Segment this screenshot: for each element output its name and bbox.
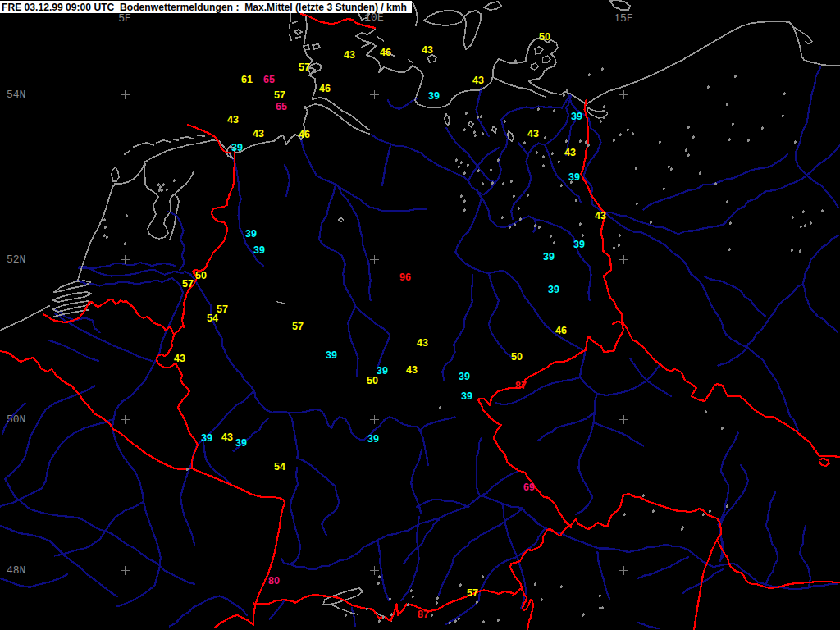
svg-text:57: 57 bbox=[217, 304, 228, 315]
svg-text:54N: 54N bbox=[7, 89, 25, 101]
svg-text:57: 57 bbox=[182, 278, 194, 290]
svg-text:57: 57 bbox=[292, 321, 304, 332]
svg-text:43: 43 bbox=[174, 353, 185, 364]
svg-text:43: 43 bbox=[344, 49, 355, 61]
svg-text:39: 39 bbox=[235, 437, 247, 449]
svg-text:39: 39 bbox=[573, 239, 585, 250]
svg-text:50N: 50N bbox=[7, 413, 25, 426]
svg-text:87: 87 bbox=[418, 609, 429, 620]
svg-text:10E: 10E bbox=[364, 11, 384, 24]
svg-text:15E: 15E bbox=[614, 12, 633, 25]
svg-text:65: 65 bbox=[276, 101, 287, 112]
svg-text:43: 43 bbox=[527, 128, 539, 139]
svg-text:43: 43 bbox=[564, 147, 576, 158]
svg-text:43: 43 bbox=[422, 44, 433, 56]
svg-text:39: 39 bbox=[571, 111, 582, 122]
svg-text:39: 39 bbox=[543, 251, 555, 262]
svg-text:39: 39 bbox=[326, 349, 337, 361]
svg-text:39: 39 bbox=[368, 433, 379, 445]
svg-text:43: 43 bbox=[417, 337, 428, 349]
svg-text:57: 57 bbox=[299, 62, 310, 73]
svg-text:39: 39 bbox=[461, 390, 472, 402]
svg-text:43: 43 bbox=[472, 75, 484, 86]
svg-text:87: 87 bbox=[515, 380, 527, 391]
svg-text:39: 39 bbox=[253, 244, 265, 256]
svg-text:39: 39 bbox=[428, 90, 440, 102]
svg-text:39: 39 bbox=[245, 228, 257, 240]
svg-text:39: 39 bbox=[377, 365, 388, 377]
svg-text:43: 43 bbox=[253, 128, 264, 139]
svg-text:43: 43 bbox=[227, 114, 239, 126]
svg-text:FRE 03.12.99 09:00 UTC Bodenw: FRE 03.12.99 09:00 UTC Bodenwettermeldun… bbox=[2, 2, 407, 13]
svg-text:48N: 48N bbox=[7, 564, 25, 577]
svg-text:39: 39 bbox=[231, 142, 243, 153]
svg-text:39: 39 bbox=[201, 432, 212, 444]
svg-text:52N: 52N bbox=[7, 253, 25, 266]
svg-text:69: 69 bbox=[523, 482, 535, 493]
svg-text:43: 43 bbox=[595, 210, 606, 221]
svg-text:80: 80 bbox=[268, 575, 280, 587]
svg-text:61: 61 bbox=[241, 74, 253, 85]
svg-text:43: 43 bbox=[406, 364, 418, 376]
svg-text:43: 43 bbox=[221, 431, 233, 443]
svg-text:5E: 5E bbox=[118, 12, 131, 25]
svg-text:50: 50 bbox=[195, 270, 207, 281]
svg-text:96: 96 bbox=[399, 272, 411, 283]
svg-text:39: 39 bbox=[459, 371, 470, 382]
svg-text:39: 39 bbox=[548, 284, 559, 295]
svg-text:57: 57 bbox=[467, 587, 478, 599]
svg-text:57: 57 bbox=[274, 89, 285, 101]
svg-text:50: 50 bbox=[539, 31, 550, 43]
svg-text:39: 39 bbox=[568, 171, 580, 183]
svg-text:54: 54 bbox=[207, 313, 218, 324]
svg-text:65: 65 bbox=[263, 74, 275, 85]
svg-text:46: 46 bbox=[555, 325, 567, 336]
svg-text:46: 46 bbox=[299, 129, 310, 140]
svg-text:46: 46 bbox=[380, 47, 391, 58]
svg-text:50: 50 bbox=[367, 375, 378, 386]
svg-text:50: 50 bbox=[511, 351, 523, 363]
svg-text:46: 46 bbox=[319, 83, 331, 94]
svg-text:54: 54 bbox=[274, 461, 285, 472]
